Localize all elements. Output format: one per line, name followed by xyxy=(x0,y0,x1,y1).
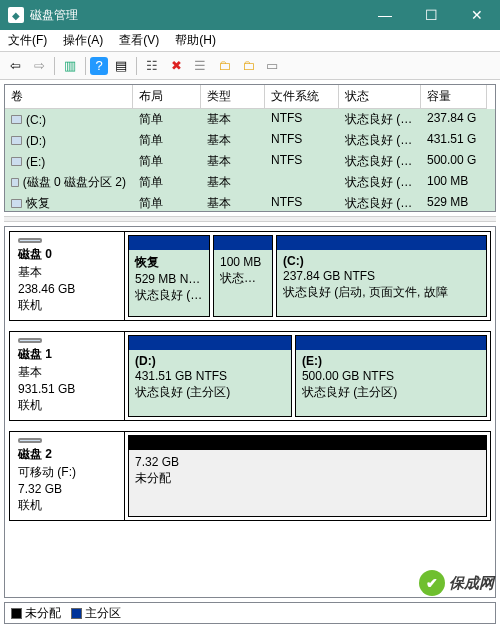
disk-type: 可移动 (F:) xyxy=(18,464,116,481)
disk-size: 7.32 GB xyxy=(18,482,116,496)
partition-bar xyxy=(129,336,291,350)
partition-size: 7.32 GB xyxy=(135,455,480,469)
titlebar: ◆ 磁盘管理 — ☐ ✕ xyxy=(0,0,500,30)
disk-2-info: 磁盘 2 可移动 (F:) 7.32 GB 联机 xyxy=(10,432,125,520)
disk-name: 磁盘 2 xyxy=(18,446,116,463)
col-layout[interactable]: 布局 xyxy=(133,85,201,109)
app-icon: ◆ xyxy=(8,7,24,23)
partition-size: 100 MB xyxy=(220,255,266,269)
disk-0[interactable]: 磁盘 0 基本 238.46 GB 联机 恢复 529 MB NTFS 状态良好… xyxy=(9,231,491,321)
col-type[interactable]: 类型 xyxy=(201,85,265,109)
refresh-button[interactable]: ☷ xyxy=(141,55,163,77)
forward-button[interactable]: ⇨ xyxy=(28,55,50,77)
partition-bar xyxy=(214,236,272,250)
show-hide-button[interactable]: ▥ xyxy=(59,55,81,77)
disk-name: 磁盘 0 xyxy=(18,246,116,263)
partition-status: 状态良好 (主分区) xyxy=(302,384,480,401)
legend: 未分配 主分区 xyxy=(4,602,496,624)
folder-open-icon[interactable]: 🗀 xyxy=(213,55,235,77)
partition-title: (E:) xyxy=(302,354,480,368)
volume-icon xyxy=(11,199,22,208)
partition-c[interactable]: (C:) 237.84 GB NTFS 状态良好 (启动, 页面文件, 故障 xyxy=(276,235,487,317)
properties-button[interactable]: ☰ xyxy=(189,55,211,77)
disk-icon xyxy=(18,438,42,443)
delete-button[interactable]: ✖ xyxy=(165,55,187,77)
grid-header: 卷 布局 类型 文件系统 状态 容量 xyxy=(5,85,495,109)
shield-icon: ✔ xyxy=(419,570,445,596)
disk-icon xyxy=(18,238,42,243)
volume-icon xyxy=(11,136,22,145)
partition-recovery[interactable]: 恢复 529 MB NTFS 状态良好 (OEM xyxy=(128,235,210,317)
watermark: ✔ 保成网 xyxy=(419,570,494,596)
partition-unallocated[interactable]: 7.32 GB 未分配 xyxy=(128,435,487,517)
menubar: 文件(F) 操作(A) 查看(V) 帮助(H) xyxy=(0,30,500,52)
partition-size: 237.84 GB NTFS xyxy=(283,269,480,283)
col-filesystem[interactable]: 文件系统 xyxy=(265,85,339,109)
disk-name: 磁盘 1 xyxy=(18,346,116,363)
col-volume[interactable]: 卷 xyxy=(5,85,133,109)
partition-status: 状态良好 (OEM xyxy=(135,287,203,304)
partition-d[interactable]: (D:) 431.51 GB NTFS 状态良好 (主分区) xyxy=(128,335,292,417)
partition-title: (C:) xyxy=(283,254,480,268)
partition-size: 431.51 GB NTFS xyxy=(135,369,285,383)
partition-title: 恢复 xyxy=(135,254,203,271)
menu-help[interactable]: 帮助(H) xyxy=(171,30,220,51)
toolbar: ⇦ ⇨ ▥ ? ▤ ☷ ✖ ☰ 🗀 🗀 ▭ xyxy=(0,52,500,80)
disk-status: 联机 xyxy=(18,497,116,514)
table-row[interactable]: (C:)简单基本NTFS状态良好 (…237.84 G xyxy=(5,109,495,130)
partition-bar xyxy=(277,236,486,250)
menu-file[interactable]: 文件(F) xyxy=(4,30,51,51)
partition-bar xyxy=(129,436,486,450)
table-row[interactable]: 恢复简单基本NTFS状态良好 (…529 MB xyxy=(5,193,495,212)
disk-status: 联机 xyxy=(18,397,116,414)
disk-2[interactable]: 磁盘 2 可移动 (F:) 7.32 GB 联机 7.32 GB 未分配 xyxy=(9,431,491,521)
volume-icon xyxy=(11,157,22,166)
disk-type: 基本 xyxy=(18,364,116,381)
window-title: 磁盘管理 xyxy=(30,7,362,24)
col-capacity[interactable]: 容量 xyxy=(421,85,487,109)
disk-0-info: 磁盘 0 基本 238.46 GB 联机 xyxy=(10,232,125,320)
partition-efi[interactable]: 100 MB 状态良好 xyxy=(213,235,273,317)
maximize-button[interactable]: ☐ xyxy=(408,0,454,30)
disk-size: 931.51 GB xyxy=(18,382,116,396)
legend-unallocated: 未分配 xyxy=(11,605,61,622)
legend-primary: 主分区 xyxy=(71,605,121,622)
window-icon[interactable]: ▭ xyxy=(261,55,283,77)
volume-icon xyxy=(11,178,19,187)
partition-bar xyxy=(296,336,486,350)
partition-size: 529 MB NTFS xyxy=(135,272,203,286)
partition-size: 500.00 GB NTFS xyxy=(302,369,480,383)
volume-icon xyxy=(11,115,22,124)
partition-status: 状态良好 (主分区) xyxy=(135,384,285,401)
splitter[interactable] xyxy=(4,216,496,222)
menu-view[interactable]: 查看(V) xyxy=(115,30,163,51)
col-status[interactable]: 状态 xyxy=(339,85,421,109)
volume-grid[interactable]: 卷 布局 类型 文件系统 状态 容量 (C:)简单基本NTFS状态良好 (…23… xyxy=(4,84,496,212)
window: ◆ 磁盘管理 — ☐ ✕ 文件(F) 操作(A) 查看(V) 帮助(H) ⇦ ⇨… xyxy=(0,0,500,628)
table-row[interactable]: (磁盘 0 磁盘分区 2)简单基本状态良好 (…100 MB xyxy=(5,172,495,193)
partition-bar xyxy=(129,236,209,250)
disk-icon xyxy=(18,338,42,343)
table-row[interactable]: (E:)简单基本NTFS状态良好 (…500.00 G xyxy=(5,151,495,172)
partition-status: 状态良好 xyxy=(220,270,266,287)
help-button[interactable]: ? xyxy=(90,57,108,75)
disk-map: 磁盘 0 基本 238.46 GB 联机 恢复 529 MB NTFS 状态良好… xyxy=(4,226,496,598)
partition-title: (D:) xyxy=(135,354,285,368)
partition-e[interactable]: (E:) 500.00 GB NTFS 状态良好 (主分区) xyxy=(295,335,487,417)
menu-action[interactable]: 操作(A) xyxy=(59,30,107,51)
disk-1[interactable]: 磁盘 1 基本 931.51 GB 联机 (D:) 431.51 GB NTFS… xyxy=(9,331,491,421)
back-button[interactable]: ⇦ xyxy=(4,55,26,77)
partition-status: 状态良好 (启动, 页面文件, 故障 xyxy=(283,284,480,301)
table-row[interactable]: (D:)简单基本NTFS状态良好 (…431.51 G xyxy=(5,130,495,151)
disk-1-info: 磁盘 1 基本 931.51 GB 联机 xyxy=(10,332,125,420)
disk-type: 基本 xyxy=(18,264,116,281)
disk-status: 联机 xyxy=(18,297,116,314)
close-button[interactable]: ✕ xyxy=(454,0,500,30)
partition-status: 未分配 xyxy=(135,470,480,487)
list-button[interactable]: ▤ xyxy=(110,55,132,77)
folder-add-icon[interactable]: 🗀 xyxy=(237,55,259,77)
disk-size: 238.46 GB xyxy=(18,282,116,296)
minimize-button[interactable]: — xyxy=(362,0,408,30)
